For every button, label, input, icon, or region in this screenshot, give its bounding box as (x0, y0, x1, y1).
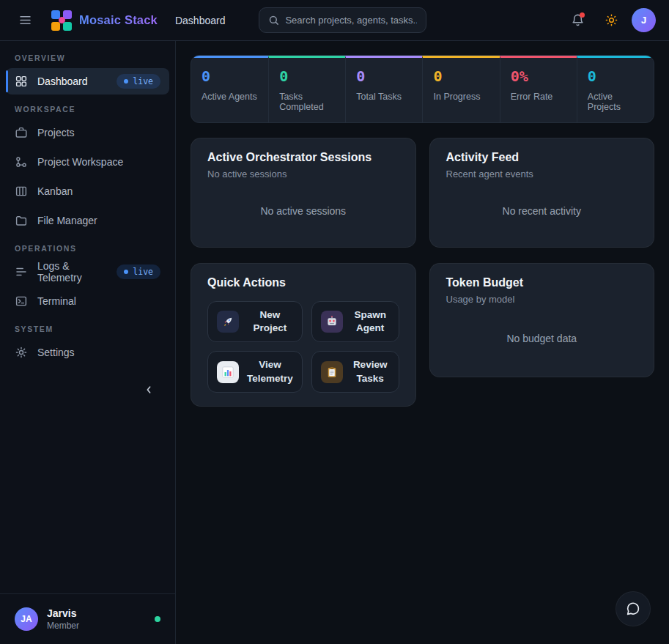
live-badge-label: live (133, 267, 153, 277)
card-title: Token Budget (446, 276, 638, 289)
sidebar-item-terminal[interactable]: Terminal (6, 288, 169, 314)
quick-action-label: New Project (247, 308, 293, 335)
sidebar-item-project-workspace[interactable]: Project Workspace (6, 149, 169, 175)
quick-action-label: Review Tasks (351, 358, 390, 385)
stat-card-error-rate: 0% Error Rate (500, 56, 577, 122)
live-dot-icon (124, 270, 128, 274)
folder-icon (15, 214, 28, 227)
sidebar-item-label: Logs & Telemetry (37, 260, 107, 284)
share-nodes-icon (15, 155, 28, 169)
avatar-initial: J (641, 15, 646, 26)
notification-dot (580, 12, 585, 18)
live-badge-label: live (133, 76, 153, 86)
stat-value: 0 (202, 67, 258, 85)
stat-label: Total Tasks (356, 92, 412, 102)
sidebar-item-settings[interactable]: Settings (6, 339, 169, 366)
card-title: Active Orchestrator Sessions (207, 151, 399, 164)
quick-actions-grid: New Project Spawn Agent View Telemetry (207, 301, 399, 393)
user-area[interactable]: JA Jarvis Member (0, 593, 175, 644)
section-label-operations: OPERATIONS (15, 244, 160, 253)
grid-icon (15, 75, 28, 88)
user-avatar: JA (15, 607, 38, 631)
empty-state-text: No active sessions (207, 179, 399, 235)
empty-state-text: No budget data (446, 305, 638, 365)
topbar-actions: J (564, 7, 656, 34)
section-label-system: SYSTEM (15, 325, 160, 333)
logo-center-dot (59, 17, 65, 23)
sidebar: OVERVIEW Dashboard live WORKSPACE Projec… (0, 41, 176, 644)
online-status-dot (155, 616, 160, 622)
stat-label: Tasks Completed (279, 92, 335, 112)
chevron-left-icon (143, 384, 155, 396)
view-telemetry-button[interactable]: View Telemetry (207, 351, 303, 392)
stat-card-active-projects: 0 Active Projects (577, 56, 654, 122)
theme-toggle-button[interactable] (598, 7, 624, 34)
user-role: Member (47, 621, 79, 631)
quick-action-label: View Telemetry (247, 358, 293, 385)
sidebar-item-label: Dashboard (37, 75, 88, 87)
quick-action-label: Spawn Agent (351, 308, 390, 335)
sidebar-item-dashboard[interactable]: Dashboard live (6, 68, 169, 95)
user-avatar-topbar[interactable]: J (632, 8, 656, 32)
sun-icon (605, 13, 618, 27)
live-badge: live (117, 74, 160, 89)
stat-label: Active Projects (588, 92, 643, 112)
sidebar-item-projects[interactable]: Projects (6, 119, 169, 146)
card-subtitle: No active sessions (207, 169, 399, 179)
logo-square-amber (51, 22, 60, 31)
stat-value: 0 (433, 67, 489, 85)
stat-label: Active Agents (202, 92, 258, 102)
stat-value: 0 (356, 67, 412, 85)
stat-label: In Progress (433, 92, 489, 102)
terminal-icon (15, 295, 28, 308)
log-lines-icon (15, 265, 28, 278)
notifications-button[interactable] (564, 7, 591, 34)
sessions-card: Active Orchestrator Sessions No active s… (191, 138, 416, 248)
chat-fab-button[interactable] (616, 591, 651, 626)
user-initials: JA (21, 614, 32, 624)
hamburger-menu-button[interactable] (12, 7, 38, 34)
sidebar-item-label: File Manager (37, 215, 97, 226)
bar-chart-icon (217, 361, 239, 383)
search-icon (268, 15, 279, 26)
quick-actions-card: Quick Actions New Project Spawn Agent (191, 263, 416, 407)
logo-square-teal (63, 22, 72, 31)
empty-state-text: No recent activity (446, 179, 638, 235)
chat-bubble-icon (625, 601, 641, 617)
card-title: Activity Feed (446, 151, 638, 164)
stat-value: 0 (588, 67, 643, 85)
stat-card-total-tasks: 0 Total Tasks (345, 56, 422, 122)
sidebar-collapse-button[interactable] (138, 380, 159, 400)
brand-name: Mosaic Stack (79, 13, 158, 27)
stat-card-in-progress: 0 In Progress (422, 56, 499, 122)
stat-value: 0% (511, 67, 566, 85)
sidebar-item-kanban[interactable]: Kanban (6, 178, 169, 204)
robot-icon (321, 311, 343, 333)
sidebar-item-label: Projects (37, 127, 75, 138)
review-tasks-button[interactable]: Review Tasks (311, 351, 399, 392)
gear-icon (15, 346, 28, 359)
new-project-button[interactable]: New Project (207, 301, 303, 342)
sidebar-item-logs-telemetry[interactable]: Logs & Telemetry live (6, 259, 169, 285)
stat-card-tasks-completed: 0 Tasks Completed (268, 56, 345, 122)
sidebar-item-file-manager[interactable]: File Manager (6, 207, 169, 234)
card-subtitle: Usage by model (446, 294, 638, 305)
user-name: Jarvis (47, 607, 79, 619)
live-dot-icon (124, 79, 128, 84)
section-label-workspace: WORKSPACE (15, 105, 160, 114)
rocket-icon (217, 311, 239, 333)
token-budget-card: Token Budget Usage by model No budget da… (429, 263, 655, 377)
breadcrumb: Dashboard (175, 15, 226, 26)
spawn-agent-button[interactable]: Spawn Agent (311, 301, 399, 342)
app-logo (51, 10, 72, 31)
stat-card-active-agents: 0 Active Agents (191, 56, 268, 122)
kanban-columns-icon (15, 185, 28, 198)
sidebar-item-label: Settings (37, 347, 75, 358)
stat-label: Error Rate (511, 92, 566, 102)
live-badge: live (117, 264, 160, 279)
search-box[interactable] (259, 7, 426, 33)
briefcase-icon (15, 126, 28, 139)
activity-feed-card: Activity Feed Recent agent events No rec… (429, 138, 655, 248)
card-title: Quick Actions (207, 276, 399, 289)
search-input[interactable] (285, 15, 417, 26)
